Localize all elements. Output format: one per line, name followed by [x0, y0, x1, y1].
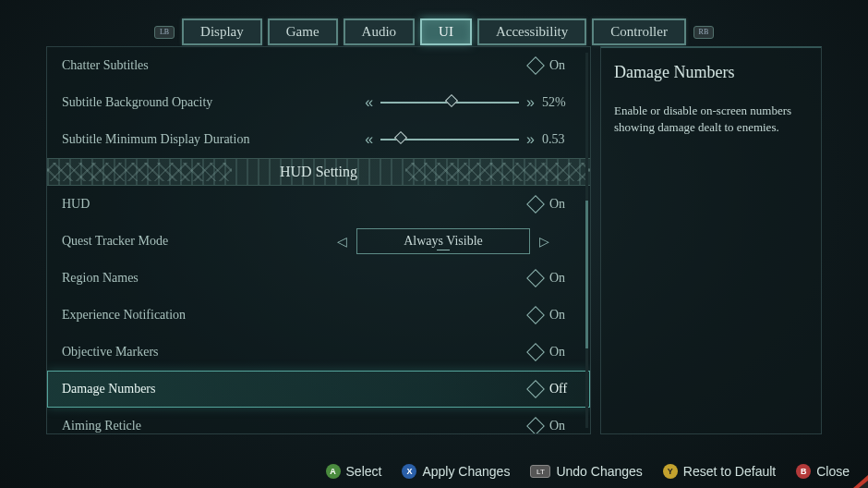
setting-row[interactable]: Subtitle Background Opacity«»52% [47, 84, 590, 121]
setting-row[interactable]: Subtitle Minimum Display Duration«»0.53 [47, 121, 590, 158]
prompt-apply-label: Apply Changes [422, 464, 510, 479]
prompt-apply: X Apply Changes [402, 464, 510, 479]
toggle-value: On [549, 419, 575, 433]
prompt-reset-label: Reset to Default [683, 464, 776, 479]
rb-bumper-icon[interactable]: RB [693, 26, 714, 39]
setting-row[interactable]: Damage NumbersOff [47, 371, 590, 408]
toggle-value: On [549, 271, 575, 286]
setting-control: «»52% [293, 94, 575, 111]
scrollbar-track[interactable] [585, 53, 588, 428]
diamond-icon[interactable] [526, 417, 545, 434]
b-button-icon: B [796, 464, 811, 479]
toggle-value: Off [549, 382, 575, 396]
corner-flag-icon [842, 468, 868, 488]
prompt-select-label: Select [346, 464, 382, 479]
slider-thumb[interactable] [445, 94, 458, 107]
section-header: HUD Setting [47, 158, 590, 186]
divider-icon [614, 92, 808, 93]
tab-display[interactable]: Display [182, 18, 262, 45]
setting-control: On [293, 345, 575, 360]
setting-label: Damage Numbers [62, 382, 293, 396]
arrow-left-icon[interactable]: « [365, 131, 373, 148]
setting-row[interactable]: Chatter SubtitlesOn [47, 47, 590, 84]
triangle-left-icon[interactable]: ◁ [337, 234, 347, 249]
setting-control: On [293, 308, 575, 323]
setting-control: On [293, 271, 575, 286]
diamond-icon[interactable] [526, 56, 545, 75]
info-description: Enable or disable on-screen numbers show… [601, 103, 821, 135]
prompt-undo-label: Undo Changes [556, 464, 642, 479]
diamond-icon[interactable] [526, 195, 545, 214]
slider[interactable]: «» [365, 94, 535, 111]
slider-track[interactable] [380, 102, 519, 104]
triangle-right-icon[interactable]: ▷ [539, 234, 549, 249]
tab-audio[interactable]: Audio [344, 18, 416, 45]
setting-label: Region Names [62, 271, 293, 286]
selector[interactable]: ◁Always Visible▷ [311, 228, 575, 254]
setting-label: Aiming Reticle [62, 419, 293, 433]
setting-row[interactable]: Region NamesOn [47, 260, 590, 297]
setting-control: On [293, 419, 575, 433]
tab-accessibility[interactable]: Accessibility [477, 18, 586, 45]
tab-ui[interactable]: UI [420, 18, 472, 45]
settings-panel: Chatter SubtitlesOnSubtitle Background O… [46, 46, 591, 434]
setting-row[interactable]: HUDOn [47, 186, 590, 223]
setting-row[interactable]: Quest Tracker Mode◁Always Visible▷ [47, 223, 590, 260]
lb-bumper-icon[interactable]: LB [154, 26, 175, 39]
lt-button-icon: LT [530, 465, 550, 478]
setting-row[interactable]: Objective MarkersOn [47, 334, 590, 371]
setting-control: On [293, 58, 575, 73]
toggle-value: On [549, 197, 575, 212]
tab-game[interactable]: Game [268, 18, 338, 45]
arrow-left-icon[interactable]: « [365, 94, 373, 111]
tab-bar: LB DisplayGameAudioUIAccessibilityContro… [0, 18, 868, 45]
setting-row[interactable]: Experience NotificationOn [47, 297, 590, 334]
diamond-icon[interactable] [526, 380, 545, 398]
setting-label: HUD [62, 197, 293, 212]
prompt-undo: LT Undo Changes [530, 464, 642, 479]
info-panel: Damage Numbers Enable or disable on-scre… [600, 46, 822, 434]
underline-icon [437, 250, 450, 251]
tab-controller[interactable]: Controller [592, 18, 686, 45]
diamond-icon[interactable] [526, 269, 545, 287]
setting-control: ◁Always Visible▷ [293, 228, 575, 254]
setting-label: Experience Notification [62, 308, 293, 323]
toggle-value: On [549, 58, 575, 73]
setting-label: Chatter Subtitles [62, 58, 293, 73]
slider-thumb[interactable] [394, 131, 407, 144]
arrow-right-icon[interactable]: » [526, 131, 535, 148]
footer-prompts: A Select X Apply Changes LT Undo Changes… [0, 464, 850, 479]
selector-value[interactable]: Always Visible [356, 228, 530, 254]
setting-control: On [293, 197, 575, 212]
toggle-value: On [549, 345, 575, 360]
setting-label: Subtitle Background Opacity [62, 95, 293, 110]
y-button-icon: Y [663, 464, 678, 479]
setting-label: Quest Tracker Mode [62, 234, 293, 249]
setting-control: «»0.53 [293, 131, 575, 148]
prompt-reset: Y Reset to Default [663, 464, 776, 479]
a-button-icon: A [326, 464, 341, 479]
info-title: Damage Numbers [601, 48, 821, 92]
slider-value: 0.53 [542, 132, 575, 147]
setting-row[interactable]: Aiming ReticleOn [47, 408, 590, 434]
setting-control: Off [293, 382, 575, 396]
x-button-icon: X [402, 464, 416, 479]
scrollbar-thumb[interactable] [585, 201, 588, 348]
tabset: DisplayGameAudioUIAccessibilityControlle… [182, 18, 686, 45]
slider-track[interactable] [380, 139, 519, 140]
diamond-icon[interactable] [526, 343, 545, 361]
prompt-select: A Select [326, 464, 382, 479]
setting-label: Objective Markers [62, 345, 293, 360]
setting-label: Subtitle Minimum Display Duration [62, 132, 293, 147]
arrow-right-icon[interactable]: » [526, 94, 535, 111]
slider[interactable]: «» [365, 131, 535, 148]
toggle-value: On [549, 308, 575, 323]
slider-value: 52% [542, 95, 575, 110]
diamond-icon[interactable] [526, 306, 545, 324]
